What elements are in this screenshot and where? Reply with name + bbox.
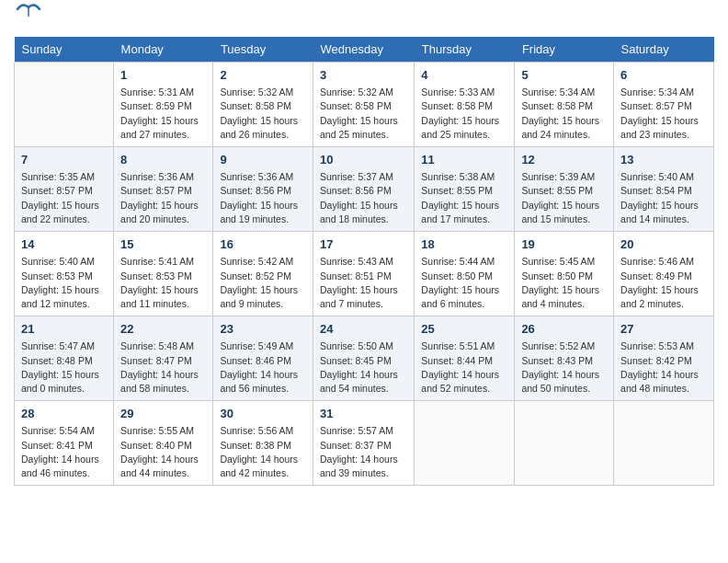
calendar-day-cell: 16Sunrise: 5:42 AM Sunset: 8:52 PM Dayli…	[213, 232, 313, 316]
day-info-text: Sunrise: 5:40 AM Sunset: 8:53 PM Dayligh…	[21, 255, 107, 311]
calendar-week-row: 14Sunrise: 5:40 AM Sunset: 8:53 PM Dayli…	[15, 232, 714, 316]
calendar-day-cell: 25Sunrise: 5:51 AM Sunset: 8:44 PM Dayli…	[415, 316, 515, 401]
day-info-text: Sunrise: 5:57 AM Sunset: 8:37 PM Dayligh…	[320, 424, 407, 480]
day-number: 21	[21, 321, 107, 338]
day-number: 25	[421, 321, 507, 338]
day-number: 10	[320, 152, 407, 168]
calendar-day-cell: 11Sunrise: 5:38 AM Sunset: 8:55 PM Dayli…	[415, 147, 515, 232]
calendar-day-cell: 10Sunrise: 5:37 AM Sunset: 8:56 PM Dayli…	[313, 147, 415, 232]
day-number: 7	[21, 152, 107, 168]
day-info-text: Sunrise: 5:46 AM Sunset: 8:49 PM Dayligh…	[620, 255, 707, 311]
day-info-text: Sunrise: 5:48 AM Sunset: 8:47 PM Dayligh…	[120, 339, 206, 396]
day-info-text: Sunrise: 5:54 AM Sunset: 8:41 PM Dayligh…	[21, 424, 107, 480]
day-number: 14	[21, 236, 107, 253]
calendar-day-cell: 1Sunrise: 5:31 AM Sunset: 8:59 PM Daylig…	[114, 63, 213, 147]
day-number: 29	[120, 406, 206, 422]
logo-bird-icon	[16, 0, 41, 20]
day-info-text: Sunrise: 5:36 AM Sunset: 8:57 PM Dayligh…	[120, 170, 206, 226]
calendar-week-row: 28Sunrise: 5:54 AM Sunset: 8:41 PM Dayli…	[15, 401, 714, 486]
calendar-table: SundayMondayTuesdayWednesdayThursdayFrid…	[14, 37, 714, 486]
day-number: 15	[120, 236, 206, 253]
day-number: 31	[320, 406, 407, 422]
day-info-text: Sunrise: 5:41 AM Sunset: 8:53 PM Dayligh…	[120, 255, 206, 311]
empty-day-cell	[614, 401, 714, 486]
day-number: 6	[620, 67, 707, 84]
day-number: 23	[220, 321, 306, 338]
col-header-wednesday: Wednesday	[313, 37, 415, 63]
calendar-day-cell: 31Sunrise: 5:57 AM Sunset: 8:37 PM Dayli…	[313, 401, 415, 486]
calendar-day-cell: 12Sunrise: 5:39 AM Sunset: 8:55 PM Dayli…	[515, 147, 614, 232]
day-info-text: Sunrise: 5:49 AM Sunset: 8:46 PM Dayligh…	[220, 339, 306, 396]
calendar-day-cell: 7Sunrise: 5:35 AM Sunset: 8:57 PM Daylig…	[15, 147, 114, 232]
day-info-text: Sunrise: 5:36 AM Sunset: 8:56 PM Dayligh…	[220, 170, 306, 226]
logo	[14, 9, 41, 29]
day-info-text: Sunrise: 5:34 AM Sunset: 8:58 PM Dayligh…	[521, 86, 607, 142]
day-info-text: Sunrise: 5:34 AM Sunset: 8:57 PM Dayligh…	[620, 86, 707, 142]
day-number: 1	[120, 67, 206, 84]
day-number: 20	[620, 236, 707, 253]
empty-day-cell	[415, 401, 515, 486]
day-number: 26	[521, 321, 607, 338]
day-info-text: Sunrise: 5:53 AM Sunset: 8:42 PM Dayligh…	[620, 339, 707, 396]
calendar-day-cell: 4Sunrise: 5:33 AM Sunset: 8:58 PM Daylig…	[415, 63, 515, 147]
calendar-day-cell: 15Sunrise: 5:41 AM Sunset: 8:53 PM Dayli…	[114, 232, 213, 316]
day-number: 28	[21, 406, 107, 422]
day-number: 13	[620, 152, 707, 168]
day-number: 12	[521, 152, 607, 168]
day-info-text: Sunrise: 5:55 AM Sunset: 8:40 PM Dayligh…	[120, 424, 206, 480]
day-info-text: Sunrise: 5:38 AM Sunset: 8:55 PM Dayligh…	[421, 170, 507, 226]
calendar-day-cell: 14Sunrise: 5:40 AM Sunset: 8:53 PM Dayli…	[15, 232, 114, 316]
calendar-day-cell: 17Sunrise: 5:43 AM Sunset: 8:51 PM Dayli…	[313, 232, 415, 316]
day-info-text: Sunrise: 5:33 AM Sunset: 8:58 PM Dayligh…	[421, 86, 507, 142]
day-info-text: Sunrise: 5:35 AM Sunset: 8:57 PM Dayligh…	[21, 170, 107, 226]
calendar-week-row: 7Sunrise: 5:35 AM Sunset: 8:57 PM Daylig…	[15, 147, 714, 232]
day-number: 9	[220, 152, 306, 168]
calendar-day-cell: 30Sunrise: 5:56 AM Sunset: 8:38 PM Dayli…	[213, 401, 313, 486]
day-number: 22	[120, 321, 206, 338]
day-info-text: Sunrise: 5:37 AM Sunset: 8:56 PM Dayligh…	[320, 170, 407, 226]
calendar-day-cell: 26Sunrise: 5:52 AM Sunset: 8:43 PM Dayli…	[515, 316, 614, 401]
calendar-day-cell: 13Sunrise: 5:40 AM Sunset: 8:54 PM Dayli…	[614, 147, 714, 232]
col-header-tuesday: Tuesday	[213, 37, 313, 63]
calendar-day-cell: 23Sunrise: 5:49 AM Sunset: 8:46 PM Dayli…	[213, 316, 313, 401]
day-number: 19	[521, 236, 607, 253]
day-number: 11	[421, 152, 507, 168]
calendar-day-cell: 18Sunrise: 5:44 AM Sunset: 8:50 PM Dayli…	[415, 232, 515, 316]
day-info-text: Sunrise: 5:39 AM Sunset: 8:55 PM Dayligh…	[521, 170, 607, 226]
day-info-text: Sunrise: 5:32 AM Sunset: 8:58 PM Dayligh…	[320, 86, 407, 142]
day-info-text: Sunrise: 5:40 AM Sunset: 8:54 PM Dayligh…	[620, 170, 707, 226]
day-number: 24	[320, 321, 407, 338]
calendar-header-row: SundayMondayTuesdayWednesdayThursdayFrid…	[15, 37, 714, 63]
calendar-day-cell: 20Sunrise: 5:46 AM Sunset: 8:49 PM Dayli…	[614, 232, 714, 316]
calendar-day-cell: 19Sunrise: 5:45 AM Sunset: 8:50 PM Dayli…	[515, 232, 614, 316]
page-header	[14, 9, 714, 29]
calendar-day-cell: 6Sunrise: 5:34 AM Sunset: 8:57 PM Daylig…	[614, 63, 714, 147]
calendar-day-cell: 24Sunrise: 5:50 AM Sunset: 8:45 PM Dayli…	[313, 316, 415, 401]
calendar-day-cell: 21Sunrise: 5:47 AM Sunset: 8:48 PM Dayli…	[15, 316, 114, 401]
day-info-text: Sunrise: 5:51 AM Sunset: 8:44 PM Dayligh…	[421, 339, 507, 396]
calendar-day-cell: 8Sunrise: 5:36 AM Sunset: 8:57 PM Daylig…	[114, 147, 213, 232]
calendar-day-cell: 29Sunrise: 5:55 AM Sunset: 8:40 PM Dayli…	[114, 401, 213, 486]
day-info-text: Sunrise: 5:50 AM Sunset: 8:45 PM Dayligh…	[320, 339, 407, 396]
col-header-sunday: Sunday	[15, 37, 114, 63]
day-info-text: Sunrise: 5:32 AM Sunset: 8:58 PM Dayligh…	[220, 86, 306, 142]
calendar-day-cell: 3Sunrise: 5:32 AM Sunset: 8:58 PM Daylig…	[313, 63, 415, 147]
empty-day-cell	[15, 63, 114, 147]
col-header-thursday: Thursday	[415, 37, 515, 63]
calendar-day-cell: 27Sunrise: 5:53 AM Sunset: 8:42 PM Dayli…	[614, 316, 714, 401]
day-info-text: Sunrise: 5:52 AM Sunset: 8:43 PM Dayligh…	[521, 339, 607, 396]
day-number: 2	[220, 67, 306, 84]
day-number: 17	[320, 236, 407, 253]
day-info-text: Sunrise: 5:47 AM Sunset: 8:48 PM Dayligh…	[21, 339, 107, 396]
col-header-monday: Monday	[114, 37, 213, 63]
calendar-day-cell: 5Sunrise: 5:34 AM Sunset: 8:58 PM Daylig…	[515, 63, 614, 147]
col-header-saturday: Saturday	[614, 37, 714, 63]
day-number: 8	[120, 152, 206, 168]
day-number: 3	[320, 67, 407, 84]
day-info-text: Sunrise: 5:56 AM Sunset: 8:38 PM Dayligh…	[220, 424, 306, 480]
calendar-day-cell: 9Sunrise: 5:36 AM Sunset: 8:56 PM Daylig…	[213, 147, 313, 232]
calendar-day-cell: 28Sunrise: 5:54 AM Sunset: 8:41 PM Dayli…	[15, 401, 114, 486]
day-number: 27	[620, 321, 707, 338]
day-number: 16	[220, 236, 306, 253]
day-number: 18	[421, 236, 507, 253]
